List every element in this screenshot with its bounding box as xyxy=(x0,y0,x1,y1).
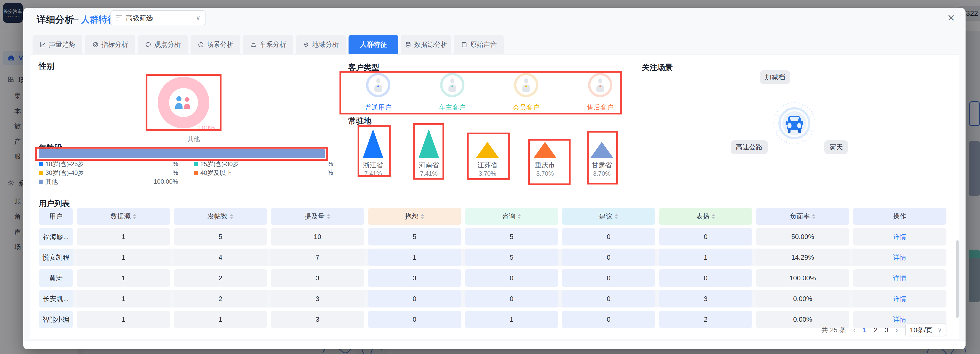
table-cell: 0 xyxy=(562,228,655,246)
customer-ring xyxy=(514,73,538,97)
legend-label: 40岁及以上 xyxy=(200,169,232,177)
column-header-label: 提及量 xyxy=(305,212,325,221)
customer-type-item: 售后客户 xyxy=(578,73,622,112)
customer-type-label: 普通用户 xyxy=(365,103,391,112)
table-cell: 1 xyxy=(77,269,170,287)
tab-icon xyxy=(461,41,468,48)
tab-label: 原始声音 xyxy=(470,40,497,49)
legend-label: 18岁(含)-25岁 xyxy=(45,160,84,168)
chevron-down-icon: ∨ xyxy=(196,14,200,21)
table-cell: 2 xyxy=(174,290,267,308)
tab-label: 声量趋势 xyxy=(49,40,76,49)
advanced-filter-select[interactable]: 高级筛选 ∨ xyxy=(110,10,205,26)
analysis-tab[interactable]: 车系分析 xyxy=(243,35,293,54)
table-cell: 5 xyxy=(368,228,461,246)
gender-category-label: 其他 xyxy=(175,135,212,143)
analysis-tab[interactable]: 人群特征 xyxy=(348,35,398,54)
sort-caret-icon[interactable] xyxy=(133,214,136,219)
user-table: 用户数据源发帖数提及量抱怨咨询建议表扬负面率操作 福海廖...151055005… xyxy=(39,208,947,328)
table-cell: 3 xyxy=(271,311,364,328)
legend-value: 100.00% xyxy=(154,178,178,185)
column-header-label: 负面率 xyxy=(790,212,810,221)
table-cell: 3 xyxy=(271,269,364,287)
table-cell: 黄涛 xyxy=(39,269,73,287)
page-size-select[interactable]: 10条/页 ∨ xyxy=(905,324,947,336)
pagination-next[interactable]: › xyxy=(896,326,898,334)
analysis-tab[interactable]: 原始声音 xyxy=(454,35,504,54)
chevron-down-icon: ∨ xyxy=(938,327,942,333)
column-header[interactable]: 抱怨 xyxy=(368,208,461,225)
tab-icon xyxy=(145,41,151,48)
filter-icon xyxy=(116,14,123,22)
pagination-page[interactable]: 2 xyxy=(873,326,877,334)
sort-caret-icon[interactable] xyxy=(420,214,424,219)
car-icon xyxy=(772,101,816,145)
column-header: 用户 xyxy=(39,208,73,225)
legend-value: % xyxy=(328,169,333,177)
table-cell: 1 xyxy=(659,249,752,266)
tab-label: 指标分析 xyxy=(102,40,128,49)
tab-icon xyxy=(197,41,204,48)
analysis-tabs: 声量趋势 指标分析 观点分析 场景分析 车系分析 地域分析 人群特征 数据源分析… xyxy=(33,35,506,54)
column-header[interactable]: 表扬 xyxy=(659,208,752,225)
pagination-prev[interactable]: ‹ xyxy=(853,326,856,334)
table-body: 福海廖...1510550050.00%详情悦安凯程147150114.29%详… xyxy=(39,228,947,328)
tab-label: 人群特征 xyxy=(360,40,387,49)
customer-ring xyxy=(588,73,612,97)
column-header[interactable]: 咨询 xyxy=(465,208,558,225)
close-button[interactable]: × xyxy=(944,10,958,25)
table-scrollbar[interactable] xyxy=(956,240,959,318)
pagination-page[interactable]: 3 xyxy=(885,326,888,334)
table-cell: 0 xyxy=(659,228,752,246)
analysis-tab[interactable]: 指标分析 xyxy=(85,35,135,54)
sort-caret-icon[interactable] xyxy=(230,214,233,219)
column-header[interactable]: 数据源 xyxy=(77,208,170,225)
table-row: 黄涛1233000100.00%详情 xyxy=(39,269,947,287)
analysis-tab[interactable]: 观点分析 xyxy=(138,35,188,54)
table-cell: 14.29% xyxy=(756,249,850,266)
table-cell: 1 xyxy=(465,311,558,328)
table-cell: 3 xyxy=(368,269,461,287)
detail-link[interactable]: 详情 xyxy=(853,249,947,266)
pagination-pages: 123 xyxy=(863,326,888,334)
legend-value: % xyxy=(173,161,178,168)
sort-caret-icon[interactable] xyxy=(614,214,618,219)
analysis-tab[interactable]: 声量趋势 xyxy=(33,35,82,54)
legend-label: 30岁(含)-40岁 xyxy=(45,169,84,177)
legend-value: % xyxy=(173,169,178,177)
table-cell: 0 xyxy=(562,311,655,328)
age-legend: 18岁(含)-25岁 % 25岁(含)-30岁 % 30岁(含)-40岁 % 4… xyxy=(39,161,338,185)
detail-link[interactable]: 详情 xyxy=(853,269,947,287)
column-header-label: 数据源 xyxy=(110,212,130,221)
table-cell: 0 xyxy=(562,249,655,266)
sort-caret-icon[interactable] xyxy=(711,214,715,219)
sort-caret-icon[interactable] xyxy=(517,214,521,219)
analysis-tab[interactable]: 场景分析 xyxy=(191,35,240,54)
column-header[interactable]: 负面率 xyxy=(756,208,850,225)
table-cell: 0 xyxy=(368,311,461,328)
sort-caret-icon[interactable] xyxy=(812,214,816,219)
column-header[interactable]: 提及量 xyxy=(271,208,364,225)
modal-footer xyxy=(23,341,966,349)
table-cell: 智能小编 xyxy=(39,311,73,328)
legend-item: 25岁(含)-30岁 % xyxy=(194,161,333,167)
scene-tag: 高速公路 xyxy=(730,140,768,154)
pagination-page[interactable]: 1 xyxy=(863,326,866,334)
analysis-tab[interactable]: 数据源分析 xyxy=(401,35,451,54)
column-header[interactable]: 发帖数 xyxy=(174,208,267,225)
column-header[interactable]: 建议 xyxy=(562,208,655,225)
analysis-tab[interactable]: 地域分析 xyxy=(296,35,346,54)
annotation-box-residence xyxy=(467,132,510,180)
tab-icon xyxy=(250,41,257,48)
detail-link[interactable]: 详情 xyxy=(853,228,947,246)
sort-caret-icon[interactable] xyxy=(327,214,331,219)
scenes-section-title: 关注场景 xyxy=(642,62,673,73)
detail-link[interactable]: 详情 xyxy=(853,290,947,308)
column-header-label: 用户 xyxy=(49,212,63,221)
legend-swatch xyxy=(39,180,43,184)
modal-title: 详细分析 xyxy=(37,13,74,26)
table-cell: 5 xyxy=(465,249,558,266)
tab-icon xyxy=(405,41,412,48)
customer-type-item: 会员客户 xyxy=(504,73,548,112)
tab-label: 地域分析 xyxy=(312,40,339,49)
